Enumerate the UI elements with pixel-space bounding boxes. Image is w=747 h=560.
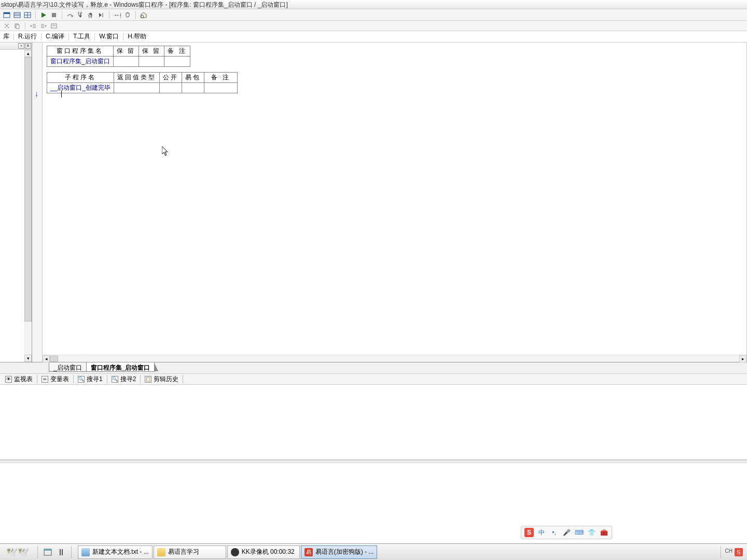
- ime-toolbar[interactable]: S 中 •, 🎤 ⌨ 👕 🧰: [521, 526, 612, 539]
- svg-rect-9: [52, 13, 56, 17]
- task-eyuyan[interactable]: 易 易语言(加密狗版) - ...: [301, 545, 378, 559]
- menu-lib[interactable]: 库: [0, 31, 12, 42]
- run-icon[interactable]: [39, 10, 48, 20]
- col-public: 公开: [160, 73, 182, 83]
- col-sub-name: 子程序名: [47, 73, 114, 83]
- code-body: 窗口程序集名 保 留 保 留 备 注 窗口程序集_启动窗口 子程序名 返回值类型…: [43, 43, 746, 362]
- cell[interactable]: [204, 83, 238, 93]
- menu-window[interactable]: W.窗口: [96, 31, 122, 42]
- svg-marker-34: [162, 146, 168, 156]
- utab-search1[interactable]: 🔍搜寻1: [75, 374, 106, 384]
- desktop-widget-icon[interactable]: 🕊️🕊️: [2, 545, 33, 559]
- step-into-icon[interactable]: {}: [76, 10, 85, 20]
- ime-logo-icon[interactable]: S: [524, 528, 534, 537]
- watch-icon: 👁: [5, 376, 12, 383]
- col-reserved1: 保 留: [113, 46, 139, 57]
- utility-tabs: 👁监视表 ∞变量表 🔍搜寻1 🔍搜寻2 📋剪辑历史: [0, 373, 747, 385]
- mouse-cursor-icon: [162, 146, 169, 157]
- ime-skin-icon[interactable]: 👕: [587, 528, 596, 537]
- cell[interactable]: [164, 57, 190, 67]
- menu-compile[interactable]: C.编译: [43, 31, 67, 42]
- left-panel: ▫ × ▴ ▾: [0, 43, 32, 362]
- cell[interactable]: [114, 83, 160, 93]
- h-scrollbar[interactable]: ◂ ▸: [43, 355, 746, 362]
- assembly-table: 窗口程序集名 保 留 保 留 备 注 窗口程序集_启动窗口: [47, 46, 190, 67]
- indent-icon[interactable]: [39, 22, 48, 30]
- utab-watch[interactable]: 👁监视表: [2, 374, 36, 384]
- col-remark: 备 注: [164, 46, 190, 57]
- scroll-down-icon[interactable]: ▾: [24, 355, 32, 362]
- quick-launch-icon[interactable]: [56, 547, 67, 558]
- step-out-icon[interactable]: {}: [86, 10, 95, 20]
- scroll-thumb[interactable]: [24, 57, 32, 321]
- task-recorder[interactable]: KK录像机 00:00:32: [227, 545, 300, 559]
- copy-icon[interactable]: [12, 22, 22, 30]
- utab-vars[interactable]: ∞变量表: [38, 374, 72, 384]
- window-icon[interactable]: [2, 10, 11, 20]
- hscroll-left-icon[interactable]: ◂: [43, 355, 50, 362]
- utab-cliphist[interactable]: 📋剪辑历史: [142, 374, 182, 384]
- scroll-up-icon[interactable]: ▴: [24, 50, 32, 57]
- task-notepad[interactable]: 新建文本文档.txt - ...: [78, 545, 153, 559]
- main-area: ▫ × ▴ ▾ ↓ 窗口程序集名 保 留 保 留 备 注 窗口程序集_启动窗口: [0, 43, 747, 362]
- assembly-name-value[interactable]: 窗口程序集_启动窗口: [47, 57, 114, 67]
- svg-marker-8: [42, 12, 46, 18]
- notepad-icon: [81, 548, 90, 556]
- tab-start-window[interactable]: _启动窗口: [49, 362, 87, 372]
- cell[interactable]: [160, 83, 182, 93]
- splitter[interactable]: [0, 460, 747, 463]
- search2-icon: 🔍: [112, 376, 118, 383]
- ime-mode[interactable]: 中: [537, 528, 546, 537]
- tray-ime-icon[interactable]: S: [735, 548, 743, 556]
- toolbar-main: {} {} ↔{}: [0, 9, 747, 21]
- panel-close-icon[interactable]: ×: [25, 43, 31, 49]
- cell[interactable]: [182, 83, 204, 93]
- step-over-icon[interactable]: [65, 10, 75, 20]
- recorder-icon: [231, 548, 239, 556]
- tab-assembly-start-window[interactable]: 窗口程序集_启动窗口: [86, 362, 155, 372]
- panel-dock-icon[interactable]: ▫: [18, 43, 24, 49]
- tree-body[interactable]: ▴ ▾: [0, 50, 32, 362]
- menu-run[interactable]: R.运行: [15, 31, 40, 42]
- find-home-icon[interactable]: [139, 10, 148, 20]
- hscroll-thumb[interactable]: [50, 356, 58, 362]
- menu-help[interactable]: H.帮助: [125, 31, 149, 42]
- sub-name-value[interactable]: __启动窗口_创建完毕: [47, 83, 114, 93]
- col-reserved2: 保 留: [139, 46, 164, 57]
- svg-rect-2: [14, 12, 20, 18]
- brace-icon[interactable]: ↔{}: [113, 10, 122, 20]
- comment-icon[interactable]: [49, 22, 59, 30]
- col-assembly-name: 窗口程序集名: [47, 46, 114, 57]
- grid-icon[interactable]: [23, 10, 32, 20]
- ime-punct-icon[interactable]: •,: [549, 528, 559, 537]
- search1-icon: 🔍: [78, 376, 85, 383]
- show-desktop-icon[interactable]: [42, 547, 53, 558]
- utab-search2[interactable]: 🔍搜寻2: [108, 374, 140, 384]
- outdent-icon[interactable]: [29, 22, 38, 30]
- cut-icon[interactable]: [2, 22, 11, 30]
- menu-tools[interactable]: T.工具: [70, 31, 93, 42]
- svg-text:{}: {}: [78, 12, 82, 16]
- cell[interactable]: [113, 57, 139, 67]
- svg-text:{}: {}: [88, 12, 92, 18]
- ime-toolbox-icon[interactable]: 🧰: [599, 528, 608, 537]
- cell[interactable]: [139, 57, 164, 67]
- code-editor[interactable]: ↓ 窗口程序集名 保 留 保 留 备 注 窗口程序集_启动窗口 子程: [32, 43, 747, 362]
- hand-icon[interactable]: [123, 10, 132, 20]
- stop-icon[interactable]: [49, 10, 59, 20]
- task-folder[interactable]: 易语言学习: [154, 545, 226, 559]
- ime-mic-icon[interactable]: 🎤: [562, 528, 571, 537]
- editor-tabs: _启动窗口 窗口程序集_启动窗口: [0, 362, 747, 373]
- run-to-cursor-icon[interactable]: [96, 10, 106, 20]
- panel-header: ▫ ×: [0, 43, 32, 50]
- form-icon[interactable]: [12, 10, 22, 20]
- window-titlebar: sktop\易语言学习\10.文件读写，释放.e - Windows窗口程序 -…: [0, 0, 747, 9]
- svg-text:↔{}: ↔{}: [114, 12, 121, 18]
- ime-keyboard-icon[interactable]: ⌨: [574, 528, 584, 537]
- output-panel[interactable]: [0, 385, 747, 460]
- tray-lang[interactable]: CH: [725, 548, 732, 556]
- subroutine-table: 子程序名 返回值类型 公开 易包 备 注 __启动窗口_创建完毕: [47, 72, 238, 93]
- system-tray: CH S: [718, 546, 745, 558]
- hscroll-right-icon[interactable]: ▸: [739, 355, 746, 362]
- menubar: 库 R.运行 C.编译 T.工具 W.窗口 H.帮助: [0, 31, 747, 43]
